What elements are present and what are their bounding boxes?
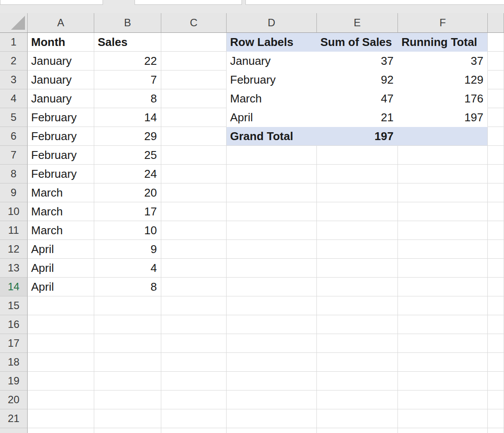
cell-C21[interactable] (161, 409, 227, 428)
row-header-11[interactable]: 11 (0, 221, 28, 240)
cell-F1[interactable]: Running Total (398, 33, 488, 52)
row-header-9[interactable]: 9 (0, 183, 28, 202)
row-header-1[interactable]: 1 (0, 33, 28, 52)
column-header-F[interactable]: F (398, 13, 488, 33)
cell-A7[interactable]: February (28, 146, 94, 165)
cell-B22[interactable] (94, 428, 161, 433)
cell-D9[interactable] (227, 183, 317, 202)
cell-C19[interactable] (161, 372, 227, 391)
cell-B8[interactable]: 24 (94, 165, 161, 183)
cell-B13[interactable]: 4 (94, 259, 161, 278)
cell-D8[interactable] (227, 165, 317, 183)
cell-E1[interactable]: Sum of Sales (317, 33, 398, 52)
cell-D3[interactable]: February (227, 70, 317, 89)
row-header-12[interactable]: 12 (0, 240, 28, 259)
row-header-19[interactable]: 19 (0, 372, 28, 391)
cell-F7[interactable] (398, 146, 488, 165)
cell-F5[interactable]: 197 (398, 108, 488, 127)
cell-A12[interactable]: April (28, 240, 94, 259)
cell-A18[interactable] (28, 353, 94, 372)
cell-F20[interactable] (398, 391, 488, 409)
row-header-7[interactable]: 7 (0, 146, 28, 165)
cell-A11[interactable]: March (28, 221, 94, 240)
cell-C2[interactable] (161, 52, 227, 70)
cell-F6[interactable] (398, 127, 488, 146)
cell-E18[interactable] (317, 353, 398, 372)
cell-E3[interactable]: 92 (317, 70, 398, 89)
cell-C22[interactable] (161, 428, 227, 433)
cell-C13[interactable] (161, 259, 227, 278)
select-all-corner[interactable] (0, 13, 28, 33)
cell-F2[interactable]: 37 (398, 52, 488, 70)
cell-F11[interactable] (398, 221, 488, 240)
cell-E9[interactable] (317, 183, 398, 202)
cell-F8[interactable] (398, 165, 488, 183)
cell-B18[interactable] (94, 353, 161, 372)
cell-C6[interactable] (161, 127, 227, 146)
cell-F12[interactable] (398, 240, 488, 259)
cell-D20[interactable] (227, 391, 317, 409)
cell-E4[interactable]: 47 (317, 89, 398, 108)
cell-A4[interactable]: January (28, 89, 94, 108)
cell-C1[interactable] (161, 33, 227, 52)
row-header-4[interactable]: 4 (0, 89, 28, 108)
column-header-E[interactable]: E (317, 13, 398, 33)
cell-B11[interactable]: 10 (94, 221, 161, 240)
cell-D15[interactable] (227, 296, 317, 315)
cell-D12[interactable] (227, 240, 317, 259)
cell-E8[interactable] (317, 165, 398, 183)
row-header-3[interactable]: 3 (0, 70, 28, 89)
cell-A3[interactable]: January (28, 70, 94, 89)
cell-A6[interactable]: February (28, 127, 94, 146)
cell-E17[interactable] (317, 334, 398, 353)
cell-E13[interactable] (317, 259, 398, 278)
cell-C16[interactable] (161, 315, 227, 334)
cell-D18[interactable] (227, 353, 317, 372)
cell-E5[interactable]: 21 (317, 108, 398, 127)
cell-E14[interactable] (317, 278, 398, 296)
cell-A16[interactable] (28, 315, 94, 334)
cell-B6[interactable]: 29 (94, 127, 161, 146)
cell-A22[interactable] (28, 428, 94, 433)
cell-F22[interactable] (398, 428, 488, 433)
row-header-14[interactable]: 14 (0, 278, 28, 296)
cell-D7[interactable] (227, 146, 317, 165)
cell-E16[interactable] (317, 315, 398, 334)
cell-D14[interactable] (227, 278, 317, 296)
cell-B5[interactable]: 14 (94, 108, 161, 127)
name-box[interactable] (0, 0, 103, 5)
row-header-18[interactable]: 18 (0, 353, 28, 372)
cell-E11[interactable] (317, 221, 398, 240)
row-header-10[interactable]: 10 (0, 202, 28, 221)
cell-D2[interactable]: January (227, 52, 317, 70)
cell-A5[interactable]: February (28, 108, 94, 127)
column-header-A[interactable]: A (28, 13, 94, 33)
cell-E21[interactable] (317, 409, 398, 428)
cell-E19[interactable] (317, 372, 398, 391)
cell-F3[interactable]: 129 (398, 70, 488, 89)
column-header-C[interactable]: C (161, 13, 227, 33)
cell-E22[interactable] (317, 428, 398, 433)
cell-B9[interactable]: 20 (94, 183, 161, 202)
cell-F18[interactable] (398, 353, 488, 372)
cell-D16[interactable] (227, 315, 317, 334)
cell-C5[interactable] (161, 108, 227, 127)
cell-B15[interactable] (94, 296, 161, 315)
cell-A9[interactable]: March (28, 183, 94, 202)
cell-B14[interactable]: 8 (94, 278, 161, 296)
cell-C10[interactable] (161, 202, 227, 221)
row-header-13[interactable]: 13 (0, 259, 28, 278)
cell-C7[interactable] (161, 146, 227, 165)
cell-A20[interactable] (28, 391, 94, 409)
cell-F13[interactable] (398, 259, 488, 278)
cell-B20[interactable] (94, 391, 161, 409)
cell-E12[interactable] (317, 240, 398, 259)
cell-F21[interactable] (398, 409, 488, 428)
row-header-5[interactable]: 5 (0, 108, 28, 127)
cell-D22[interactable] (227, 428, 317, 433)
cell-D1[interactable]: Row Labels (227, 33, 317, 52)
cell-D6[interactable]: Grand Total (227, 127, 317, 146)
row-header-8[interactable]: 8 (0, 165, 28, 183)
cell-B3[interactable]: 7 (94, 70, 161, 89)
cell-D4[interactable]: March (227, 89, 317, 108)
